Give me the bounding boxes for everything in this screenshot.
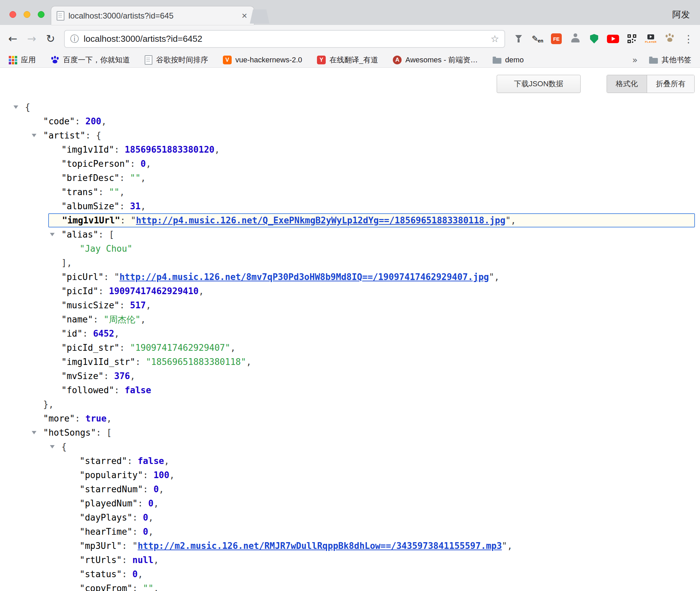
json-token-p: ", — [502, 541, 512, 551]
url-text[interactable]: localhost:3000/artists?id=6452 — [84, 34, 491, 44]
json-token-n: 100 — [153, 470, 169, 480]
json-token-p: , — [246, 357, 252, 367]
json-token-p: ", — [505, 215, 516, 225]
json-token-k: "img1v1Url" — [62, 215, 120, 225]
json-line: "dayPlays": 0, — [0, 510, 700, 525]
bookmark-item[interactable]: AAwesomes - 前端资… — [393, 55, 478, 65]
json-line: "img1v1Id": 18569651883380120, — [0, 143, 700, 157]
collapse-all-button[interactable]: 折叠所有 — [647, 75, 694, 93]
bookmark-label: Awesomes - 前端资… — [405, 55, 478, 65]
json-line: "picId_str": "19097417462929407", — [0, 341, 700, 355]
fe-extension-icon[interactable]: FE — [551, 33, 562, 44]
bookmarks-right: » 其他书签 — [632, 55, 691, 65]
bookmark-item[interactable]: Y在线翻译_有道 — [317, 55, 378, 65]
collapse-toggle-icon[interactable] — [32, 431, 36, 434]
json-token-n: 200 — [85, 116, 101, 126]
collapse-toggle-icon[interactable] — [13, 105, 18, 109]
youdao-pen-extension-icon[interactable]: ✎en — [528, 29, 547, 48]
profile-name[interactable]: 阿发 — [672, 9, 690, 21]
json-line: { — [0, 440, 700, 454]
shield-extension-icon[interactable] — [585, 29, 604, 48]
json-line: "rtUrls": null, — [0, 553, 700, 567]
json-link[interactable]: http://m2.music.126.net/RMJR7wDullRqppBk… — [138, 541, 502, 551]
json-line: ], — [0, 256, 700, 270]
json-token-k: "id" — [61, 329, 83, 339]
bookmark-item[interactable]: demo — [493, 56, 524, 64]
page-icon — [145, 55, 152, 65]
youtube-extension-icon[interactable] — [604, 29, 622, 48]
json-token-k: "popularity" — [80, 470, 143, 480]
page-content: 下载JSON数据 格式化 折叠所有 {"code": 200,"artist":… — [0, 68, 700, 591]
bookmark-item[interactable]: 谷歌按时间排序 — [145, 55, 208, 65]
json-token-p: ", — [489, 272, 499, 282]
player-extension-icon[interactable]: PLAYER — [641, 29, 660, 48]
json-token-p: : — [98, 286, 109, 296]
json-token-n: 517 — [130, 300, 146, 310]
window-minimize-icon[interactable] — [24, 11, 30, 18]
json-token-p: : " — [120, 215, 136, 225]
json-line: "mp3Url": "http://m2.music.126.net/RMJR7… — [0, 539, 700, 553]
json-token-n: true — [85, 413, 107, 424]
bookmark-label: vue-hackernews-2.0 — [235, 56, 302, 64]
qrcode-extension-icon[interactable] — [622, 29, 641, 48]
bookmarks-overflow-icon[interactable]: » — [632, 55, 638, 65]
json-line: "hotSongs": [ — [0, 426, 700, 440]
json-token-k: "dayPlays" — [80, 512, 133, 523]
json-token-p: : — [133, 527, 143, 537]
json-line: "hearTime": 0, — [0, 525, 700, 539]
tab-close-icon[interactable]: × — [240, 11, 249, 21]
browser-tab[interactable]: localhost:3000/artists?id=645 × — [51, 6, 254, 25]
window-close-icon[interactable] — [9, 11, 16, 18]
back-icon[interactable]: ← — [3, 32, 22, 45]
json-token-n: 0 — [143, 527, 148, 537]
json-token-p: , — [159, 484, 164, 494]
forward-icon[interactable]: → — [22, 32, 41, 45]
filter-extension-icon[interactable] — [509, 29, 528, 48]
collapse-toggle-icon[interactable] — [50, 233, 55, 236]
new-tab-button[interactable] — [250, 9, 269, 24]
json-link[interactable]: http://p4.music.126.net/Q_ExePNkmgB2yWyL… — [136, 215, 505, 225]
bookmark-item[interactable]: 百度一下，你就知道 — [51, 55, 130, 65]
json-token-p: : — [119, 343, 130, 353]
json-token-p: : [ — [98, 229, 114, 240]
bookmark-item[interactable]: 应用 — [9, 55, 36, 65]
json-token-p: : — [104, 371, 114, 381]
json-token-p: , — [148, 512, 154, 523]
bookmark-item[interactable]: Vvue-hackernews-2.0 — [223, 56, 302, 64]
json-token-n: false — [125, 385, 151, 395]
menu-extension-icon[interactable]: ⋮ — [679, 29, 698, 48]
page-favicon-icon — [57, 11, 64, 21]
person-extension-icon[interactable] — [566, 29, 585, 48]
json-token-s: "" — [143, 583, 153, 591]
paw-extension-icon[interactable] — [660, 29, 679, 48]
bookmark-star-icon[interactable]: ☆ — [491, 33, 499, 44]
collapse-toggle-icon[interactable] — [32, 134, 36, 137]
json-token-p: , — [141, 173, 146, 183]
json-line: "musicSize": 517, — [0, 298, 700, 312]
other-bookmarks-folder[interactable]: 其他书签 — [649, 55, 691, 65]
json-view: {"code": 200,"artist": {"img1v1Id": 1856… — [0, 100, 700, 591]
json-token-n: 18569651883380120 — [125, 145, 214, 155]
reload-icon[interactable]: ↻ — [41, 32, 60, 45]
json-line: "copyFrom": "", — [0, 581, 700, 591]
bookmark-label: 百度一下，你就知道 — [63, 55, 130, 65]
format-button[interactable]: 格式化 — [607, 75, 647, 93]
json-line: "briefDesc": "", — [0, 171, 700, 185]
site-info-icon[interactable]: ⓘ — [70, 33, 79, 45]
download-json-button[interactable]: 下载JSON数据 — [497, 75, 581, 93]
json-token-k: "trans" — [61, 187, 98, 197]
json-link[interactable]: http://p4.music.126.net/8mv7qP30Pd3oHW8b… — [119, 272, 489, 282]
json-token-k: "mvSize" — [61, 371, 104, 381]
bookmark-label: demo — [505, 56, 524, 64]
omnibox[interactable]: ⓘ localhost:3000/artists?id=6452 ☆ — [64, 30, 505, 48]
json-line: "Jay Chou" — [0, 242, 700, 256]
json-token-n: 0 — [141, 159, 146, 169]
collapse-toggle-icon[interactable] — [50, 445, 55, 448]
browser-window: localhost:3000/artists?id=645 × 阿发 ← → ↻… — [0, 0, 700, 591]
json-token-p: , — [146, 300, 151, 310]
json-token-p: , — [164, 456, 169, 466]
json-token-n: 0 — [153, 484, 159, 494]
json-token-n: 6452 — [93, 329, 114, 339]
json-line: "more": true, — [0, 411, 700, 426]
window-zoom-icon[interactable] — [38, 11, 45, 18]
